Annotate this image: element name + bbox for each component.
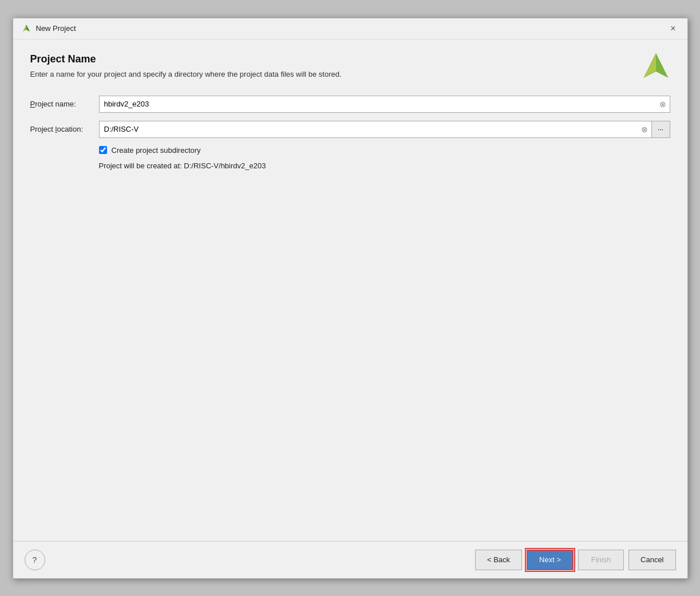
form-section: Project name: ⊗ Project location: ⊗ ···: [30, 96, 670, 170]
project-name-input-wrapper: ⊗: [99, 96, 670, 113]
title-bar-left: New Project: [21, 23, 76, 34]
new-project-dialog: New Project × Project Name Enter a name …: [13, 18, 688, 579]
create-subdirectory-checkbox[interactable]: [99, 146, 107, 154]
page-title: Project Name: [30, 53, 670, 65]
app-icon: [21, 23, 31, 34]
project-location-label: Project location:: [30, 125, 99, 133]
dialog-body: Project Name Enter a name for your proje…: [13, 40, 687, 541]
project-location-row: Project location: ⊗ ···: [30, 121, 670, 138]
cancel-button[interactable]: Cancel: [628, 550, 675, 570]
page-description: Enter a name for your project and specif…: [30, 70, 670, 78]
finish-button[interactable]: Finish: [578, 550, 624, 570]
project-path-info: Project will be created at: D:/RISC-V/hb…: [99, 161, 670, 170]
project-location-input[interactable]: [100, 121, 638, 137]
dialog-footer: ? < Back Next > Finish Cancel: [13, 541, 687, 578]
project-name-row: Project name: ⊗: [30, 96, 670, 113]
footer-left: ?: [25, 550, 45, 570]
close-button[interactable]: ×: [667, 23, 679, 34]
project-name-clear-button[interactable]: ⊗: [656, 97, 670, 111]
title-bar: New Project ×: [13, 18, 687, 40]
logo-icon: [642, 51, 670, 82]
create-subdirectory-label[interactable]: Create project subdirectory: [112, 146, 201, 155]
project-location-clear-button[interactable]: ⊗: [638, 123, 651, 136]
project-name-label: Project name:: [30, 100, 99, 108]
footer-right: < Back Next > Finish Cancel: [475, 550, 676, 570]
help-button[interactable]: ?: [25, 550, 45, 570]
back-button[interactable]: < Back: [475, 550, 522, 570]
svg-marker-1: [26, 25, 30, 31]
window-title: New Project: [36, 24, 76, 33]
project-location-input-wrapper: ⊗: [99, 121, 652, 138]
next-button[interactable]: Next >: [527, 550, 574, 570]
browse-button[interactable]: ···: [652, 121, 670, 138]
project-name-input[interactable]: [100, 96, 656, 112]
create-subdirectory-row: Create project subdirectory: [99, 146, 670, 155]
